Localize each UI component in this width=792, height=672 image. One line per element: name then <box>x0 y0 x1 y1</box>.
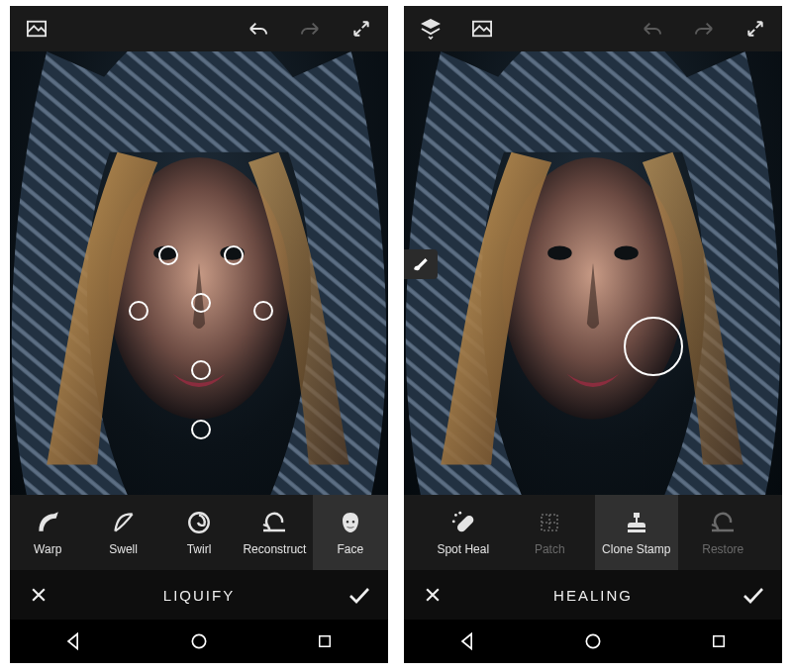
nav-back-icon[interactable] <box>53 622 93 661</box>
reconstruct-icon <box>260 509 288 536</box>
tool-reconstruct[interactable]: Reconstruct <box>237 495 312 570</box>
brush-settings-button[interactable] <box>404 249 438 279</box>
spot-heal-icon <box>450 509 476 536</box>
tool-twirl[interactable]: Twirl <box>161 495 237 570</box>
redo-icon[interactable] <box>687 12 721 46</box>
svg-point-14 <box>454 514 457 517</box>
tool-patch[interactable]: Patch <box>509 495 592 570</box>
tool-label: Warp <box>34 542 61 556</box>
toolrow-right: Spot Heal Patch Clone Stamp Restore <box>404 495 782 570</box>
face-marker[interactable] <box>129 301 148 321</box>
fullscreen-icon[interactable] <box>739 12 772 46</box>
layers-icon[interactable] <box>414 12 447 46</box>
titlebar-right: HEALING <box>404 570 782 620</box>
nav-home-icon[interactable] <box>573 622 613 661</box>
twirl-icon <box>186 509 212 536</box>
android-navbar-left <box>10 620 388 663</box>
android-navbar-right <box>404 620 782 663</box>
svg-point-12 <box>614 246 638 260</box>
face-marker[interactable] <box>158 245 178 265</box>
fullscreen-icon[interactable] <box>345 12 378 46</box>
svg-point-19 <box>586 634 599 647</box>
nav-recent-icon[interactable] <box>699 622 739 661</box>
tool-label: Face <box>337 542 363 556</box>
clone-stamp-cursor[interactable] <box>624 317 683 376</box>
svg-rect-13 <box>455 514 475 533</box>
toolrow-left: Warp Swell Twirl Reconstruct Face <box>10 495 388 570</box>
svg-rect-7 <box>320 636 331 647</box>
tool-spot-heal[interactable]: Spot Heal <box>422 495 505 570</box>
tool-label: Patch <box>535 542 565 556</box>
swell-icon <box>111 509 137 536</box>
tool-restore[interactable]: Restore <box>682 495 765 570</box>
face-marker[interactable] <box>191 420 211 439</box>
photo-canvas-right[interactable] <box>404 51 782 495</box>
redo-icon[interactable] <box>293 12 327 46</box>
face-marker[interactable] <box>253 301 273 321</box>
undo-icon[interactable] <box>242 12 275 46</box>
face-icon <box>339 509 362 536</box>
undo-icon[interactable] <box>636 12 669 46</box>
tool-swell[interactable]: Swell <box>85 495 160 570</box>
mode-title: HEALING <box>447 587 739 604</box>
tool-face[interactable]: Face <box>313 495 388 570</box>
phone-left: Warp Swell Twirl Reconstruct Face <box>10 6 388 663</box>
svg-point-6 <box>192 634 205 647</box>
photo-canvas-left[interactable] <box>10 51 388 495</box>
tool-label: Clone Stamp <box>602 542 670 556</box>
svg-rect-20 <box>714 636 725 647</box>
confirm-button[interactable] <box>739 580 768 610</box>
phone-right: Spot Heal Patch Clone Stamp Restore HEAL… <box>404 6 782 663</box>
nav-recent-icon[interactable] <box>305 622 345 661</box>
tool-label: Swell <box>109 542 138 556</box>
topbar-left <box>10 6 388 51</box>
svg-rect-18 <box>628 529 645 532</box>
svg-point-11 <box>547 246 571 260</box>
tool-label: Reconstruct <box>243 542 306 556</box>
face-marker[interactable] <box>191 293 211 313</box>
image-swap-icon[interactable] <box>465 12 499 46</box>
tool-label: Twirl <box>187 542 212 556</box>
image-swap-icon[interactable] <box>20 12 53 46</box>
cancel-button[interactable] <box>24 580 53 610</box>
face-marker[interactable] <box>191 360 211 380</box>
svg-point-15 <box>452 521 455 524</box>
tool-label: Restore <box>702 542 743 556</box>
nav-back-icon[interactable] <box>447 622 487 661</box>
restore-icon <box>709 509 737 536</box>
tool-warp[interactable]: Warp <box>10 495 85 570</box>
mode-title: LIQUIFY <box>53 587 345 604</box>
cancel-button[interactable] <box>418 580 447 610</box>
tool-label: Spot Heal <box>437 542 489 556</box>
warp-icon <box>35 509 60 536</box>
svg-point-16 <box>458 512 461 515</box>
face-marker[interactable] <box>224 245 244 265</box>
clone-stamp-icon <box>625 509 648 536</box>
topbar-right <box>404 6 782 51</box>
confirm-button[interactable] <box>345 580 374 610</box>
patch-icon <box>538 509 561 536</box>
titlebar-left: LIQUIFY <box>10 570 388 620</box>
nav-home-icon[interactable] <box>179 622 219 661</box>
tool-clone-stamp[interactable]: Clone Stamp <box>595 495 678 570</box>
